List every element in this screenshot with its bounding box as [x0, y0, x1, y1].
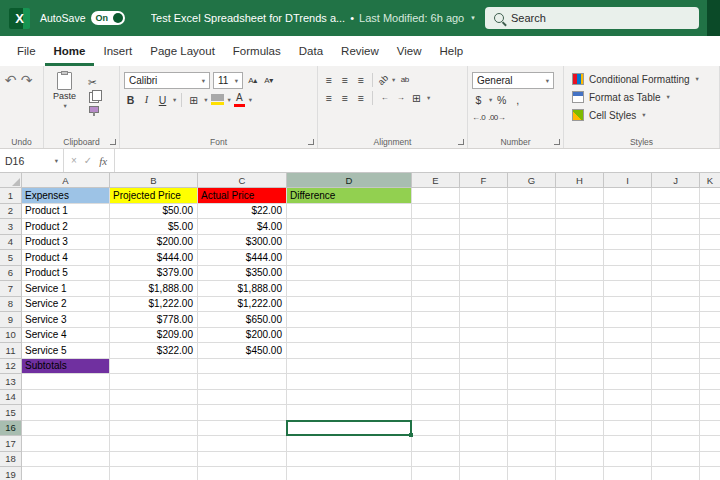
cell-C13[interactable] — [198, 374, 287, 390]
cell-G1[interactable] — [508, 188, 556, 204]
align-bottom-icon[interactable]: ≡ — [354, 72, 367, 87]
clipboard-dialog-launcher-icon[interactable] — [110, 139, 116, 145]
cell-A15[interactable] — [22, 405, 110, 421]
cell-J2[interactable] — [652, 204, 700, 220]
cell-J9[interactable] — [652, 312, 700, 328]
cell-B4[interactable]: $200.00 — [110, 235, 198, 251]
cell-E4[interactable] — [412, 235, 460, 251]
cell-E16[interactable] — [412, 421, 460, 437]
row-header-7[interactable]: 7 — [0, 281, 22, 297]
font-size-select[interactable]: 11 ▾ — [213, 72, 243, 89]
cell-B14[interactable] — [110, 390, 198, 406]
cell-C5[interactable]: $444.00 — [198, 250, 287, 266]
cell-J11[interactable] — [652, 343, 700, 359]
cell-E19[interactable] — [412, 467, 460, 480]
column-header-K[interactable]: K — [700, 173, 720, 188]
number-dialog-launcher-icon[interactable] — [554, 139, 560, 145]
cell-J12[interactable] — [652, 359, 700, 375]
number-format-select[interactable]: General ▾ — [472, 72, 554, 89]
cell-G19[interactable] — [508, 467, 556, 480]
cell-A19[interactable] — [22, 467, 110, 480]
cell-H11[interactable] — [556, 343, 604, 359]
cell-F18[interactable] — [460, 452, 508, 468]
cell-F10[interactable] — [460, 328, 508, 344]
cell-C11[interactable]: $450.00 — [198, 343, 287, 359]
align-top-icon[interactable]: ≡ — [322, 72, 335, 87]
comma-format-icon[interactable]: , — [511, 92, 524, 107]
row-header-16[interactable]: 16 — [0, 421, 22, 437]
cell-A11[interactable]: Service 5 — [22, 343, 110, 359]
row-header-12[interactable]: 12 — [0, 359, 22, 375]
cell-B9[interactable]: $778.00 — [110, 312, 198, 328]
cell-I10[interactable] — [604, 328, 652, 344]
cell-I12[interactable] — [604, 359, 652, 375]
cell-A12[interactable]: Subtotals — [22, 359, 110, 375]
decrease-decimal-icon[interactable]: .00→ — [488, 110, 505, 125]
cell-A13[interactable] — [22, 374, 110, 390]
cell-F12[interactable] — [460, 359, 508, 375]
cell-E11[interactable] — [412, 343, 460, 359]
align-right-icon[interactable]: ≡ — [354, 90, 367, 105]
cell-A4[interactable]: Product 3 — [22, 235, 110, 251]
format-painter-icon[interactable] — [89, 106, 99, 113]
cancel-icon[interactable]: × — [71, 155, 77, 166]
row-header-2[interactable]: 2 — [0, 204, 22, 220]
paste-button[interactable]: Paste ▾ — [48, 69, 81, 113]
cell-H9[interactable] — [556, 312, 604, 328]
cell-H12[interactable] — [556, 359, 604, 375]
document-title[interactable]: Test Excel Spreadsheet for DTrends a... … — [151, 12, 475, 24]
cell-I19[interactable] — [604, 467, 652, 480]
cell-A1[interactable]: Expenses — [22, 188, 110, 204]
cell-A14[interactable] — [22, 390, 110, 406]
cell-H19[interactable] — [556, 467, 604, 480]
cell-K10[interactable] — [700, 328, 720, 344]
cell-E2[interactable] — [412, 204, 460, 220]
column-header-A[interactable]: A — [22, 173, 110, 188]
cell-D1[interactable]: Difference — [287, 188, 412, 204]
search-box[interactable]: Search — [485, 7, 699, 29]
alignment-dialog-launcher-icon[interactable] — [458, 139, 464, 145]
cell-B15[interactable] — [110, 405, 198, 421]
row-header-9[interactable]: 9 — [0, 312, 22, 328]
cell-D8[interactable] — [287, 297, 412, 313]
cell-J10[interactable] — [652, 328, 700, 344]
cell-C17[interactable] — [198, 436, 287, 452]
cell-K7[interactable] — [700, 281, 720, 297]
cell-G8[interactable] — [508, 297, 556, 313]
row-header-19[interactable]: 19 — [0, 467, 22, 480]
cell-F1[interactable] — [460, 188, 508, 204]
cell-A17[interactable] — [22, 436, 110, 452]
cell-I14[interactable] — [604, 390, 652, 406]
align-left-icon[interactable]: ≡ — [322, 90, 335, 105]
fill-color-icon[interactable] — [211, 94, 224, 105]
excel-app-icon[interactable]: X — [9, 8, 30, 29]
cell-B13[interactable] — [110, 374, 198, 390]
cell-D9[interactable] — [287, 312, 412, 328]
cell-C3[interactable]: $4.00 — [198, 219, 287, 235]
cell-C14[interactable] — [198, 390, 287, 406]
cell-K4[interactable] — [700, 235, 720, 251]
cell-A10[interactable]: Service 4 — [22, 328, 110, 344]
column-header-E[interactable]: E — [412, 173, 460, 188]
cell-D14[interactable] — [287, 390, 412, 406]
row-header-6[interactable]: 6 — [0, 266, 22, 282]
cell-I16[interactable] — [604, 421, 652, 437]
row-header-3[interactable]: 3 — [0, 219, 22, 235]
currency-format-icon[interactable]: $ — [472, 92, 485, 107]
cell-G5[interactable] — [508, 250, 556, 266]
row-header-1[interactable]: 1 — [0, 188, 22, 204]
cell-I17[interactable] — [604, 436, 652, 452]
cell-K17[interactable] — [700, 436, 720, 452]
select-all-corner[interactable] — [0, 173, 22, 188]
insert-function-icon[interactable]: fx — [99, 155, 107, 167]
cell-C4[interactable]: $300.00 — [198, 235, 287, 251]
bold-button[interactable]: B — [124, 92, 137, 107]
cell-C18[interactable] — [198, 452, 287, 468]
cell-D7[interactable] — [287, 281, 412, 297]
cell-H5[interactable] — [556, 250, 604, 266]
cell-G6[interactable] — [508, 266, 556, 282]
cell-A7[interactable]: Service 1 — [22, 281, 110, 297]
copy-icon[interactable] — [89, 92, 99, 103]
cell-H1[interactable] — [556, 188, 604, 204]
cell-I3[interactable] — [604, 219, 652, 235]
